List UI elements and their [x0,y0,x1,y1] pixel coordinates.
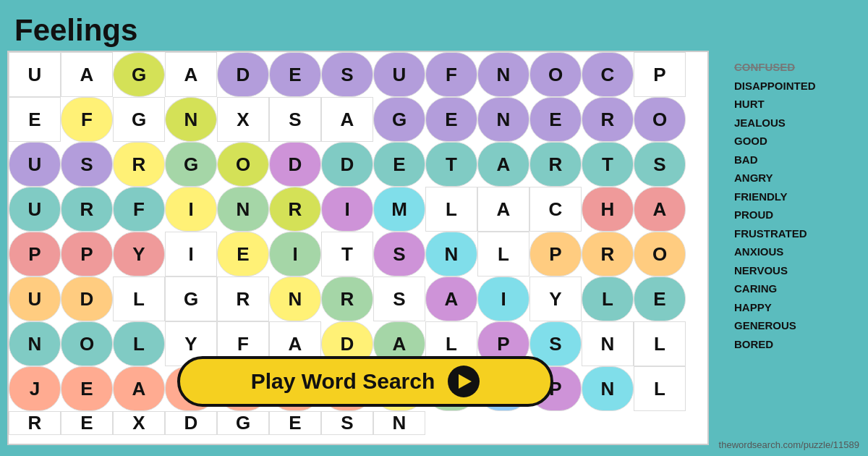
cell-2-3: D [269,142,321,187]
cell-3-1: N [217,187,269,232]
cell-3-10: P [9,232,61,276]
word-good: GOOD [734,132,861,151]
cell-4-2: T [321,232,373,276]
cell-4-5: L [477,232,529,276]
word-hurt: HURT [734,95,861,114]
cell-3-6: A [477,187,529,232]
cell-6-8: E [61,366,113,411]
cell-0-9: N [477,52,529,97]
cell-7-10: G [217,411,269,435]
cell-1-2: N [165,97,217,142]
cell-4-4: N [425,232,477,276]
cell-1-10: R [582,97,634,142]
cell-3-13: I [165,232,217,276]
cell-3-3: I [321,187,373,232]
cell-7-4: N [582,366,634,411]
cell-0-2: G [113,52,165,97]
cell-0-3: A [165,52,217,97]
cell-3-12: Y [113,232,165,276]
cell-2-5: E [373,142,425,187]
cell-1-6: G [373,97,425,142]
cell-1-13: S [61,142,113,187]
cell-0-5: E [269,52,321,97]
cell-5-6: L [582,276,634,321]
word-anxious: ANXIOUS [734,242,861,261]
cell-5-0: N [269,276,321,321]
word-bored: BORED [734,335,861,354]
word-generous: GENEROUS [734,316,861,335]
cell-4-10: D [61,276,113,321]
cell-4-7: R [582,232,634,276]
cell-2-6: T [425,142,477,187]
cell-3-4: M [373,187,425,232]
cell-2-8: R [529,142,582,187]
cell-7-5: L [634,366,686,411]
word-angry: ANGRY [734,169,861,187]
word-caring: CARING [734,279,861,298]
cell-6-5: N [582,321,634,366]
cell-2-12: R [61,187,113,232]
cell-0-0: U [9,52,61,97]
cell-1-3: X [217,97,269,142]
cell-1-4: S [269,97,321,142]
cell-4-11: L [113,276,165,321]
cell-7-11: E [269,411,321,435]
cell-2-2: O [217,142,269,187]
word-nervous: NERVOUS [734,261,861,280]
cell-4-8: O [634,232,686,276]
cell-7-12: S [321,411,373,435]
word-friendly: FRIENDLY [734,187,861,206]
cell-5-1: R [321,276,373,321]
cell-2-7: A [477,142,529,187]
cell-7-6: R [9,411,61,435]
word-confused: CONFUSED [734,58,861,77]
page-title: Feelings [14,13,137,48]
word-frustrated: FRUSTRATED [734,224,861,243]
cell-2-9: T [582,142,634,187]
cell-7-7: E [61,411,113,435]
cell-4-6: P [529,232,582,276]
cell-0-4: D [217,52,269,97]
play-word-search-button[interactable]: Play Word Search [177,356,553,407]
cell-1-7: E [425,97,477,142]
cell-4-13: R [217,276,269,321]
cell-1-11: O [634,97,686,142]
cell-2-11: U [9,187,61,232]
word-proud: PROUD [734,206,861,224]
cell-2-13: F [113,187,165,232]
cell-1-12: U [9,142,61,187]
cell-0-11: C [582,52,634,97]
cell-0-7: U [373,52,425,97]
play-button-label: Play Word Search [251,369,435,394]
cell-5-5: Y [529,276,582,321]
cell-4-1: I [269,232,321,276]
word-happy: HAPPY [734,298,861,317]
cell-0-13: E [9,97,61,142]
cell-5-10: L [113,321,165,366]
word-list: CONFUSED DISAPPOINTED HURT JEALOUS GOOD … [734,58,861,353]
cell-7-8: X [113,411,165,435]
cell-1-9: E [529,97,582,142]
cell-2-4: D [321,142,373,187]
cell-7-13: N [373,411,425,435]
cell-3-11: P [61,232,113,276]
cell-3-7: C [529,187,582,232]
cell-4-9: U [9,276,61,321]
cell-0-12: P [634,52,686,97]
cell-0-10: O [529,52,582,97]
cell-5-9: O [61,321,113,366]
word-bad: BAD [734,151,861,169]
cell-0-8: F [425,52,477,97]
cell-6-9: A [113,366,165,411]
word-jealous: JEALOUS [734,114,861,132]
cell-3-2: R [269,187,321,232]
word-disappointed: DISAPPOINTED [734,77,861,96]
cell-6-7: J [9,366,61,411]
cell-3-5: L [425,187,477,232]
cell-2-0: R [113,142,165,187]
cell-7-9: D [165,411,217,435]
cell-2-1: G [165,142,217,187]
cell-5-2: S [373,276,425,321]
play-icon [448,366,480,397]
attribution-text: thewordsearch.com/puzzle/11589 [719,439,859,450]
